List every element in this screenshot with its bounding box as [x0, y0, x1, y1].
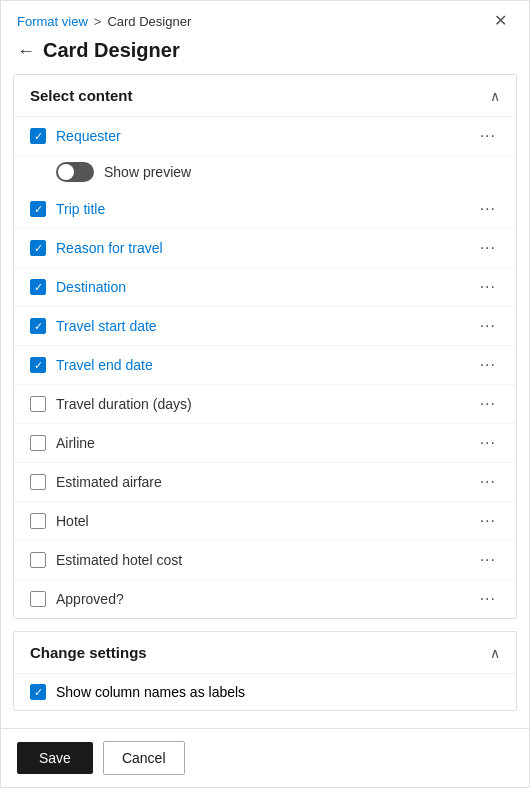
checkbox-travel-end-date[interactable] [30, 357, 46, 373]
item-label-travel-duration: Travel duration (days) [56, 396, 476, 412]
list-item: Hotel ··· [14, 502, 516, 541]
settings-item-label: Show column names as labels [56, 684, 245, 700]
select-content-header: Select content ∧ [14, 75, 516, 117]
more-options-travel-duration[interactable]: ··· [476, 393, 500, 415]
list-item: Estimated hotel cost ··· [14, 541, 516, 580]
checkbox-airline[interactable] [30, 435, 46, 451]
show-preview-toggle[interactable] [56, 162, 94, 182]
checkbox-hotel[interactable] [30, 513, 46, 529]
select-content-chevron[interactable]: ∧ [490, 88, 500, 104]
list-item: Airline ··· [14, 424, 516, 463]
footer-links: Advanced mode Reset to default style [1, 723, 529, 728]
change-settings-section: Change settings ∧ Show column names as l… [13, 631, 517, 711]
more-options-hotel[interactable]: ··· [476, 510, 500, 532]
checkbox-reason-for-travel[interactable] [30, 240, 46, 256]
breadcrumb-separator: > [94, 14, 102, 29]
list-item: Travel duration (days) ··· [14, 385, 516, 424]
list-item: Destination ··· [14, 268, 516, 307]
checkbox-estimated-hotel-cost[interactable] [30, 552, 46, 568]
more-options-travel-end-date[interactable]: ··· [476, 354, 500, 376]
item-label-trip-title: Trip title [56, 201, 476, 217]
more-options-estimated-hotel-cost[interactable]: ··· [476, 549, 500, 571]
change-settings-chevron[interactable]: ∧ [490, 645, 500, 661]
back-button[interactable]: ← [17, 42, 35, 60]
item-label-hotel: Hotel [56, 513, 476, 529]
item-label-destination: Destination [56, 279, 476, 295]
list-item: Approved? ··· [14, 580, 516, 618]
more-options-travel-start-date[interactable]: ··· [476, 315, 500, 337]
scrollable-content: Select content ∧ Requester ··· Show prev… [1, 74, 529, 728]
change-settings-title: Change settings [30, 644, 147, 661]
select-content-section: Select content ∧ Requester ··· Show prev… [13, 74, 517, 619]
item-label-airline: Airline [56, 435, 476, 451]
list-item: Travel end date ··· [14, 346, 516, 385]
more-options-trip-title[interactable]: ··· [476, 198, 500, 220]
panel-title: Card Designer [43, 39, 180, 62]
toggle-row: Show preview [14, 156, 516, 190]
toggle-label: Show preview [104, 164, 191, 180]
more-options-approved[interactable]: ··· [476, 588, 500, 610]
list-item: Reason for travel ··· [14, 229, 516, 268]
checkbox-show-column-names[interactable] [30, 684, 46, 700]
list-item: Requester ··· [14, 117, 516, 156]
checkbox-trip-title[interactable] [30, 201, 46, 217]
cancel-button[interactable]: Cancel [103, 741, 185, 775]
list-item: Trip title ··· [14, 190, 516, 229]
more-options-reason-for-travel[interactable]: ··· [476, 237, 500, 259]
checkbox-approved[interactable] [30, 591, 46, 607]
more-options-airline[interactable]: ··· [476, 432, 500, 454]
checkbox-travel-duration[interactable] [30, 396, 46, 412]
more-options-requester[interactable]: ··· [476, 125, 500, 147]
settings-item: Show column names as labels [14, 674, 516, 710]
item-label-reason-for-travel: Reason for travel [56, 240, 476, 256]
item-label-requester: Requester [56, 128, 476, 144]
save-button[interactable]: Save [17, 742, 93, 774]
change-settings-header: Change settings ∧ [14, 632, 516, 674]
list-item: Travel start date ··· [14, 307, 516, 346]
breadcrumb-current: Card Designer [107, 14, 191, 29]
item-label-travel-end-date: Travel end date [56, 357, 476, 373]
item-label-approved: Approved? [56, 591, 476, 607]
more-options-destination[interactable]: ··· [476, 276, 500, 298]
item-label-estimated-airfare: Estimated airfare [56, 474, 476, 490]
item-label-travel-start-date: Travel start date [56, 318, 476, 334]
panel-header: ← Card Designer [1, 35, 529, 74]
action-bar: Save Cancel [1, 728, 529, 787]
checkbox-requester[interactable] [30, 128, 46, 144]
checkbox-estimated-airfare[interactable] [30, 474, 46, 490]
item-label-estimated-hotel-cost: Estimated hotel cost [56, 552, 476, 568]
checkbox-destination[interactable] [30, 279, 46, 295]
breadcrumb-format-view[interactable]: Format view [17, 14, 88, 29]
checkbox-travel-start-date[interactable] [30, 318, 46, 334]
more-options-estimated-airfare[interactable]: ··· [476, 471, 500, 493]
panel: Format view > Card Designer ✕ ← Card Des… [0, 0, 530, 788]
close-button[interactable]: ✕ [488, 11, 513, 31]
list-item: Estimated airfare ··· [14, 463, 516, 502]
select-content-title: Select content [30, 87, 133, 104]
breadcrumb: Format view > Card Designer ✕ [1, 1, 529, 35]
